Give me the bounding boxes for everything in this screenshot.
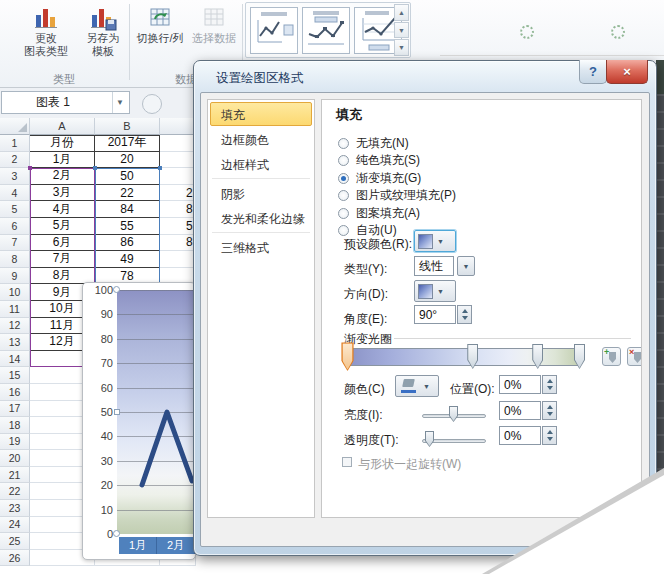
row-header[interactable]: 11 [0,301,30,318]
row-header[interactable]: 19 [0,434,30,451]
row-header[interactable]: 15 [0,367,30,384]
fill-option-2[interactable]: 渐变填充(G) [338,171,421,185]
rotate-with-shape-checkbox[interactable] [342,457,352,467]
row-header[interactable]: 16 [0,384,30,401]
name-box[interactable]: 图表 1 ▼ [1,91,130,114]
radio-button[interactable] [338,173,349,184]
selection-handle[interactable] [114,409,120,415]
row-header[interactable]: 8 [0,251,30,268]
cell[interactable]: 2 [160,185,196,202]
radio-button[interactable] [338,138,349,149]
gallery-more-button[interactable]: ▼ [394,39,409,56]
change-chart-type-button[interactable]: 更改 图表类型 [18,3,74,58]
fill-option-0[interactable]: 无填充(N) [338,136,409,150]
add-gradient-stop-button[interactable]: + [602,347,621,366]
row-header[interactable]: 7 [0,235,30,252]
row-header[interactable]: 2 [0,152,30,169]
type-dropdown-button[interactable]: ▼ [457,256,475,276]
cell[interactable] [160,168,196,185]
transparency-value[interactable]: 0% [499,426,541,445]
row-header[interactable]: 9 [0,268,30,285]
chart-layout-thumbnail[interactable] [250,7,298,54]
row-header[interactable]: 26 [0,550,30,567]
position-value[interactable]: 0% [499,375,541,394]
fill-option-4[interactable]: 图案填充(A) [338,206,420,220]
help-button[interactable]: ? [579,60,607,84]
select-data-button[interactable]: 选择数据 [188,3,240,45]
gradient-stops-bar[interactable] [347,348,579,366]
selection-handle[interactable] [113,530,120,537]
row-header[interactable]: 12 [0,318,30,335]
cell[interactable]: 8 [160,235,196,252]
row-header[interactable]: 6 [0,218,30,235]
cell[interactable]: 2017年 [95,135,160,152]
type-value[interactable]: 线性 [414,256,454,276]
gallery-scroll-down-button[interactable]: ▼ [394,22,409,39]
embedded-chart[interactable]: 1009080706050403020100 1月2月3月 [82,282,196,560]
angle-spinner[interactable] [457,305,472,324]
sidebar-item-4[interactable]: 发光和柔化边缘 [210,206,312,230]
row-header[interactable]: 10 [0,284,30,301]
column-header-a[interactable]: A [30,118,95,135]
switch-row-column-button[interactable]: 切换行/列 [133,3,187,45]
radio-button[interactable] [338,155,349,166]
column-header-b[interactable]: B [95,118,160,135]
transparency-spinner[interactable] [542,426,557,445]
gradient-stop[interactable] [341,342,354,371]
line-series[interactable] [117,290,196,534]
cell[interactable]: 20 [95,152,160,169]
sidebar-item-0[interactable]: 填充 [210,102,312,126]
remove-gradient-stop-button[interactable]: × [627,347,642,366]
select-all-corner[interactable] [0,118,30,135]
cell[interactable]: 5 [160,218,196,235]
cell[interactable]: 月份 [30,135,95,152]
brightness-slider-handle[interactable] [449,406,458,422]
cell[interactable] [160,251,196,268]
sidebar-item-2[interactable]: 边框样式 [210,152,312,176]
cell[interactable]: 1月 [30,152,95,169]
row-header[interactable]: 18 [0,417,30,434]
position-spinner[interactable] [542,375,557,394]
cell[interactable] [160,135,196,152]
row-header[interactable]: 20 [0,450,30,467]
fill-option-1[interactable]: 纯色填充(S) [338,154,420,168]
radio-button[interactable] [338,225,349,236]
excel-window: 更改 图表类型 另存为 模板 类型 [0,0,664,574]
dialog-title[interactable]: 设置绘图区格式 [216,70,304,87]
row-header[interactable]: 25 [0,533,30,550]
rotate-with-shape-label: 与形状一起旋转(W) [358,456,461,473]
angle-value[interactable]: 90° [414,305,456,324]
cell[interactable]: 8 [160,201,196,218]
direction-dropdown[interactable]: ▼ [414,280,456,302]
row-header[interactable]: 21 [0,467,30,484]
row-header[interactable]: 5 [0,201,30,218]
row-header[interactable]: 24 [0,517,30,534]
chevron-down-icon[interactable]: ▼ [112,92,127,113]
radio-button[interactable] [338,190,349,201]
close-button[interactable]: × [606,60,648,84]
gallery-scroll-up-button[interactable]: ▲ [394,4,409,21]
row-header[interactable]: 23 [0,500,30,517]
row-header[interactable]: 1 [0,135,30,152]
row-header[interactable]: 14 [0,351,30,368]
column-header-c[interactable] [160,118,196,135]
row-header[interactable]: 17 [0,401,30,418]
brightness-value[interactable]: 0% [499,401,541,420]
transparency-slider-handle[interactable] [425,431,434,447]
row-header[interactable]: 4 [0,185,30,202]
chart-layout-thumbnail[interactable] [302,7,350,54]
row-header[interactable]: 22 [0,483,30,500]
row-header[interactable]: 3 [0,168,30,185]
sidebar-item-3[interactable]: 阴影 [210,181,312,205]
selection-handle[interactable] [113,286,120,293]
brightness-spinner[interactable] [542,401,557,420]
stop-color-dropdown[interactable]: ▼ [395,375,439,397]
save-as-template-button[interactable]: 另存为 模板 [78,3,128,58]
radio-button[interactable] [338,208,349,219]
sidebar-item-1[interactable]: 边框颜色 [210,127,312,151]
fill-option-3[interactable]: 图片或纹理填充(P) [338,189,456,203]
cell[interactable] [160,152,196,169]
row-header[interactable]: 13 [0,334,30,351]
sidebar-item-5[interactable]: 三维格式 [210,235,312,259]
preset-colors-dropdown[interactable]: ▼ [414,230,456,252]
